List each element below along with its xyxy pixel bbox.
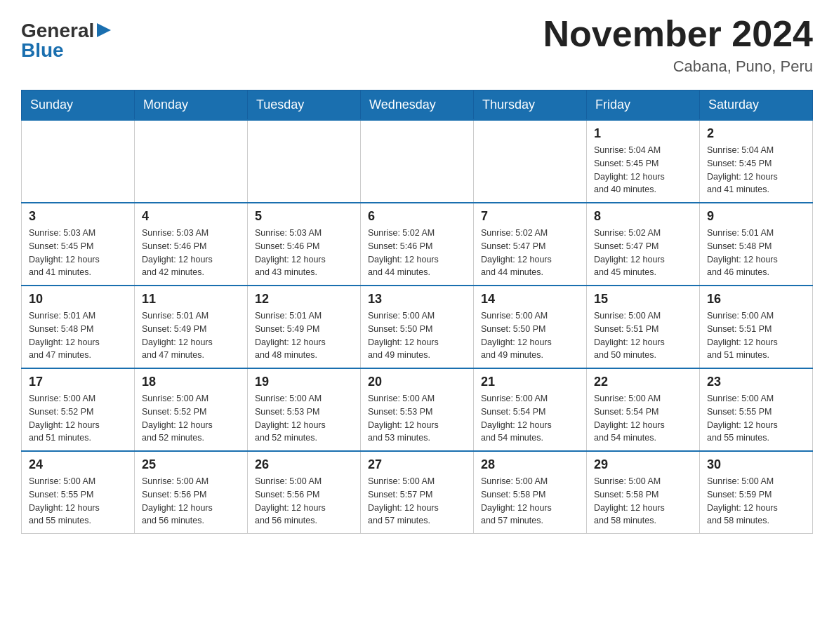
day-info: Sunrise: 5:01 AM Sunset: 5:49 PM Dayligh… [255,309,353,362]
calendar-day-cell: 8Sunrise: 5:02 AM Sunset: 5:47 PM Daylig… [587,203,700,286]
day-number: 4 [142,209,240,224]
day-number: 23 [707,375,805,389]
calendar-day-cell: 16Sunrise: 5:00 AM Sunset: 5:51 PM Dayli… [700,286,813,368]
calendar-title: November 2024 [543,14,813,54]
logo: General Blue [21,14,111,60]
calendar-day-cell: 22Sunrise: 5:00 AM Sunset: 5:54 PM Dayli… [587,368,700,451]
day-number: 14 [481,292,579,307]
calendar-day-cell: 13Sunrise: 5:00 AM Sunset: 5:50 PM Dayli… [361,286,474,368]
day-info: Sunrise: 5:01 AM Sunset: 5:48 PM Dayligh… [707,227,805,279]
day-info: Sunrise: 5:00 AM Sunset: 5:50 PM Dayligh… [481,309,579,362]
day-info: Sunrise: 5:00 AM Sunset: 5:56 PM Dayligh… [255,475,353,528]
calendar-day-cell: 21Sunrise: 5:00 AM Sunset: 5:54 PM Dayli… [474,368,587,451]
calendar-day-cell [248,120,361,203]
calendar-day-cell: 14Sunrise: 5:00 AM Sunset: 5:50 PM Dayli… [474,286,587,368]
calendar-header-wednesday: Wednesday [361,90,474,121]
day-number: 10 [29,292,127,307]
day-info: Sunrise: 5:03 AM Sunset: 5:46 PM Dayligh… [142,227,240,279]
day-info: Sunrise: 5:03 AM Sunset: 5:45 PM Dayligh… [29,227,127,279]
day-info: Sunrise: 5:00 AM Sunset: 5:59 PM Dayligh… [707,475,805,528]
day-number: 15 [594,292,692,307]
calendar-day-cell: 29Sunrise: 5:00 AM Sunset: 5:58 PM Dayli… [587,451,700,534]
calendar-day-cell: 3Sunrise: 5:03 AM Sunset: 5:45 PM Daylig… [22,203,135,286]
calendar-day-cell: 11Sunrise: 5:01 AM Sunset: 5:49 PM Dayli… [135,286,248,368]
day-number: 18 [142,375,240,389]
day-info: Sunrise: 5:00 AM Sunset: 5:52 PM Dayligh… [142,392,240,445]
calendar-day-cell [135,120,248,203]
day-info: Sunrise: 5:02 AM Sunset: 5:46 PM Dayligh… [368,227,466,279]
day-info: Sunrise: 5:00 AM Sunset: 5:51 PM Dayligh… [594,309,692,362]
day-info: Sunrise: 5:04 AM Sunset: 5:45 PM Dayligh… [594,144,692,196]
day-info: Sunrise: 5:00 AM Sunset: 5:55 PM Dayligh… [707,392,805,445]
calendar-day-cell [361,120,474,203]
calendar-week-row: 17Sunrise: 5:00 AM Sunset: 5:52 PM Dayli… [22,368,813,451]
logo-general-text: General [21,21,94,41]
calendar-header-tuesday: Tuesday [248,90,361,121]
calendar-header-thursday: Thursday [474,90,587,121]
calendar-day-cell: 4Sunrise: 5:03 AM Sunset: 5:46 PM Daylig… [135,203,248,286]
calendar-day-cell: 9Sunrise: 5:01 AM Sunset: 5:48 PM Daylig… [700,203,813,286]
calendar-header-saturday: Saturday [700,90,813,121]
calendar-header-monday: Monday [135,90,248,121]
calendar-day-cell: 19Sunrise: 5:00 AM Sunset: 5:53 PM Dayli… [248,368,361,451]
calendar-day-cell: 6Sunrise: 5:02 AM Sunset: 5:46 PM Daylig… [361,203,474,286]
day-info: Sunrise: 5:00 AM Sunset: 5:54 PM Dayligh… [481,392,579,445]
day-info: Sunrise: 5:00 AM Sunset: 5:56 PM Dayligh… [142,475,240,528]
calendar-day-cell: 23Sunrise: 5:00 AM Sunset: 5:55 PM Dayli… [700,368,813,451]
day-number: 22 [594,375,692,389]
calendar-day-cell: 17Sunrise: 5:00 AM Sunset: 5:52 PM Dayli… [22,368,135,451]
day-number: 19 [255,375,353,389]
day-info: Sunrise: 5:00 AM Sunset: 5:54 PM Dayligh… [594,392,692,445]
calendar-day-cell: 24Sunrise: 5:00 AM Sunset: 5:55 PM Dayli… [22,451,135,534]
calendar-header-row: SundayMondayTuesdayWednesdayThursdayFrid… [22,90,813,121]
calendar-header-friday: Friday [587,90,700,121]
day-info: Sunrise: 5:01 AM Sunset: 5:49 PM Dayligh… [142,309,240,362]
calendar-day-cell: 25Sunrise: 5:00 AM Sunset: 5:56 PM Dayli… [135,451,248,534]
day-number: 28 [481,457,579,472]
day-info: Sunrise: 5:01 AM Sunset: 5:48 PM Dayligh… [29,309,127,362]
calendar-day-cell: 28Sunrise: 5:00 AM Sunset: 5:58 PM Dayli… [474,451,587,534]
page-header: General Blue November 2024 Cabana, Puno,… [21,14,813,76]
calendar-day-cell: 10Sunrise: 5:01 AM Sunset: 5:48 PM Dayli… [22,286,135,368]
calendar-day-cell: 15Sunrise: 5:00 AM Sunset: 5:51 PM Dayli… [587,286,700,368]
calendar-table: SundayMondayTuesdayWednesdayThursdayFrid… [21,90,813,534]
calendar-day-cell: 12Sunrise: 5:01 AM Sunset: 5:49 PM Dayli… [248,286,361,368]
day-number: 27 [368,457,466,472]
day-info: Sunrise: 5:00 AM Sunset: 5:57 PM Dayligh… [368,475,466,528]
day-info: Sunrise: 5:00 AM Sunset: 5:50 PM Dayligh… [368,309,466,362]
day-number: 9 [707,209,805,224]
title-section: November 2024 Cabana, Puno, Peru [543,14,813,76]
calendar-day-cell [22,120,135,203]
calendar-week-row: 10Sunrise: 5:01 AM Sunset: 5:48 PM Dayli… [22,286,813,368]
svg-marker-0 [97,23,111,37]
day-info: Sunrise: 5:04 AM Sunset: 5:45 PM Dayligh… [707,144,805,196]
calendar-subtitle: Cabana, Puno, Peru [543,58,813,76]
calendar-day-cell [474,120,587,203]
day-number: 6 [368,209,466,224]
day-number: 12 [255,292,353,307]
calendar-day-cell: 27Sunrise: 5:00 AM Sunset: 5:57 PM Dayli… [361,451,474,534]
day-number: 16 [707,292,805,307]
calendar-week-row: 3Sunrise: 5:03 AM Sunset: 5:45 PM Daylig… [22,203,813,286]
day-info: Sunrise: 5:03 AM Sunset: 5:46 PM Dayligh… [255,227,353,279]
day-info: Sunrise: 5:00 AM Sunset: 5:58 PM Dayligh… [594,475,692,528]
day-number: 30 [707,457,805,472]
day-info: Sunrise: 5:00 AM Sunset: 5:53 PM Dayligh… [368,392,466,445]
day-number: 11 [142,292,240,307]
day-number: 26 [255,457,353,472]
day-number: 20 [368,375,466,389]
calendar-day-cell: 7Sunrise: 5:02 AM Sunset: 5:47 PM Daylig… [474,203,587,286]
calendar-day-cell: 26Sunrise: 5:00 AM Sunset: 5:56 PM Dayli… [248,451,361,534]
day-info: Sunrise: 5:00 AM Sunset: 5:53 PM Dayligh… [255,392,353,445]
calendar-week-row: 1Sunrise: 5:04 AM Sunset: 5:45 PM Daylig… [22,120,813,203]
day-number: 24 [29,457,127,472]
logo-blue-text: Blue [21,41,64,60]
day-info: Sunrise: 5:02 AM Sunset: 5:47 PM Dayligh… [594,227,692,279]
day-number: 8 [594,209,692,224]
day-number: 13 [368,292,466,307]
calendar-week-row: 24Sunrise: 5:00 AM Sunset: 5:55 PM Dayli… [22,451,813,534]
day-number: 7 [481,209,579,224]
logo-arrow-icon [97,23,111,37]
calendar-day-cell: 2Sunrise: 5:04 AM Sunset: 5:45 PM Daylig… [700,120,813,203]
day-info: Sunrise: 5:00 AM Sunset: 5:58 PM Dayligh… [481,475,579,528]
